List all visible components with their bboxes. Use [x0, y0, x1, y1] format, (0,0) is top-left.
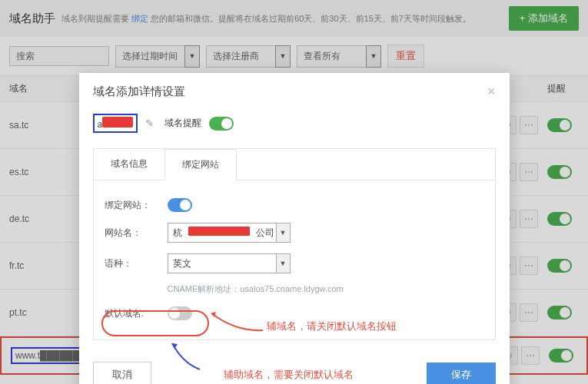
chevron-down-icon: ▼ — [276, 223, 290, 242]
domain-remind-toggle[interactable] — [209, 117, 234, 131]
site-name-select[interactable]: 杭公司 ▼ — [168, 223, 291, 243]
bind-site-toggle[interactable] — [168, 198, 192, 212]
save-button[interactable]: 保存 — [427, 362, 496, 384]
tab-domain-info[interactable]: 域名信息 — [94, 149, 164, 180]
domain-detail-modal: 域名添加详情设置 × a ✎ 域名提醒 域名信息 绑定网站 绑定网站： — [79, 73, 510, 384]
bind-site-label: 绑定网站： — [105, 199, 158, 212]
cancel-button[interactable]: 取消 — [93, 362, 151, 384]
lang-label: 语种： — [105, 257, 158, 270]
site-name-label: 网站名： — [105, 227, 158, 240]
modal-domain-name: a — [93, 114, 138, 133]
pencil-icon[interactable]: ✎ — [145, 118, 154, 129]
domain-remind-label: 域名提醒 — [164, 117, 201, 130]
cname-text: CNAME解析地址：usalos75.cname.ldygw.com — [105, 279, 484, 295]
chevron-down-icon: ▼ — [276, 254, 290, 273]
default-domain-toggle[interactable] — [168, 306, 192, 320]
modal-title: 域名添加详情设置 — [93, 84, 185, 99]
annotation-footer-tip: 辅助域名，需要关闭默认域名 — [224, 368, 354, 382]
default-domain-label: 默认域名: — [105, 307, 158, 320]
tab-bind-site[interactable]: 绑定网站 — [164, 149, 237, 180]
lang-select[interactable]: 英文 ▼ — [168, 253, 291, 273]
close-icon[interactable]: × — [487, 84, 496, 100]
